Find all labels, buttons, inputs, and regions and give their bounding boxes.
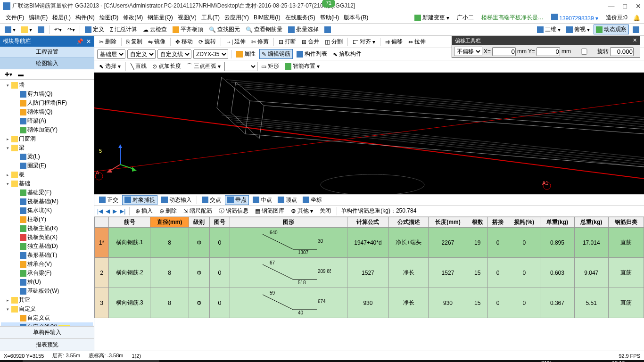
- snap-4[interactable]: 垂点: [225, 195, 249, 205]
- edit-rebar-button[interactable]: ✎ 编辑钢筋: [259, 49, 293, 59]
- offset-button[interactable]: ⇉ 偏移: [383, 37, 405, 46]
- rect-tool[interactable]: ▭ 矩形: [259, 62, 281, 71]
- menu-item[interactable]: 修改(M): [121, 14, 145, 22]
- mirror-button[interactable]: ⇋ 镜像: [146, 37, 167, 46]
- attr-button[interactable]: 属性: [234, 49, 257, 58]
- snap-3[interactable]: 交点: [200, 196, 223, 205]
- tree-node[interactable]: 独立基础(D): [1, 242, 93, 251]
- floor-select[interactable]: 基础层: [97, 49, 125, 59]
- tree-node[interactable]: ▾自定义: [1, 304, 93, 313]
- minimize-button[interactable]: —: [608, 2, 615, 10]
- line-tool[interactable]: ╲ 直线: [129, 62, 149, 71]
- nav-tool1-icon[interactable]: ✚▾: [3, 71, 14, 78]
- tab-draw-input[interactable]: 绘图输入: [0, 58, 94, 69]
- tree-node[interactable]: 自定义点: [1, 313, 93, 322]
- trim-button[interactable]: ✄ 修剪: [249, 37, 271, 46]
- menu-item[interactable]: 楼层(L): [50, 14, 73, 22]
- tree-node[interactable]: 圈梁(E): [1, 161, 93, 170]
- insert-button[interactable]: ⊕ 插入: [133, 206, 155, 215]
- offset-rotate-input[interactable]: [610, 47, 634, 56]
- tree-node[interactable]: 基础板带(W): [1, 287, 93, 296]
- rotate-button[interactable]: ⟳ 旋转: [197, 37, 218, 46]
- extend-button[interactable]: →| 延伸: [224, 37, 248, 46]
- start-button[interactable]: ⊞: [0, 360, 23, 362]
- tree-node[interactable]: 桩(U): [1, 278, 93, 287]
- nav-pin-icon[interactable]: 📌: [76, 38, 83, 45]
- new-change-button[interactable]: 新建变更 ▾: [413, 13, 451, 22]
- tb-2d-icon[interactable]: [322, 26, 333, 33]
- scale-button[interactable]: ⇲ 缩尺配筋: [182, 206, 214, 215]
- offset-rotate-check[interactable]: [572, 49, 596, 55]
- taskbar-search[interactable]: ○ 在这里输入你要搜索的内容: [23, 360, 159, 362]
- tree-node[interactable]: 集水坑(K): [1, 206, 93, 215]
- rebar-info-button[interactable]: ⓘ 钢筋信息: [217, 206, 250, 215]
- sumcalc-button[interactable]: Σ 汇总计算: [108, 25, 139, 34]
- tab-project-settings[interactable]: 工程设置: [0, 47, 94, 58]
- batchselect-button[interactable]: 批量选择: [286, 25, 321, 34]
- menu-item[interactable]: 帮助(H): [318, 14, 341, 22]
- tree-node[interactable]: 基础梁(F): [1, 188, 93, 197]
- nav-close-icon[interactable]: ✕: [86, 38, 91, 45]
- menu-item[interactable]: 钢筋量(Q): [146, 14, 174, 22]
- birdseye-button[interactable]: 俯视 ▾: [564, 25, 592, 34]
- menu-item[interactable]: 编辑(E): [27, 14, 50, 22]
- other-button[interactable]: ⚙ 其他 ▾: [289, 206, 315, 215]
- tree-node[interactable]: 筏板主筋(R): [1, 224, 93, 233]
- tree-node[interactable]: 砌体墙(Q): [1, 107, 93, 116]
- copy-button[interactable]: ⎘ 复制: [124, 37, 144, 46]
- offset-select[interactable]: 不偏移: [454, 47, 482, 56]
- table-row[interactable]: 3横向钢筋.38Φ05940674930净长93015000.3675.51直筋: [95, 288, 644, 318]
- snap-0[interactable]: 正交: [97, 196, 120, 205]
- tree-node[interactable]: 柱墩(Y): [1, 215, 93, 224]
- tree-node[interactable]: ▾梁: [1, 143, 93, 152]
- menu-item[interactable]: 文件(F): [4, 14, 26, 22]
- align-button[interactable]: ⫍ 对齐 ▾: [351, 37, 377, 46]
- tab-report-preview[interactable]: 报表预览: [0, 338, 94, 351]
- tree-node[interactable]: 筏板基础(M): [1, 197, 93, 206]
- cloudcheck-button[interactable]: ☁ 云检查: [141, 25, 169, 34]
- tree-node[interactable]: ▾基础: [1, 179, 93, 188]
- tree-node[interactable]: 筏板负筋(X): [1, 233, 93, 242]
- subcategory-select[interactable]: 自定义线: [157, 49, 191, 59]
- menu-item[interactable]: 云应用(Y): [223, 14, 251, 22]
- tree-node[interactable]: 梁(L): [1, 152, 93, 161]
- open-icon[interactable]: ▾: [19, 26, 34, 33]
- menu-item[interactable]: 在线服务(S): [283, 14, 317, 22]
- redo-icon[interactable]: ↷▾: [66, 26, 77, 33]
- rebar-grid[interactable]: 筋号直径(mm)级别图号图形计算公式公式描述长度(mm)根数搭接损耗(%)单重(…: [94, 217, 644, 318]
- maximize-button[interactable]: □: [623, 2, 627, 10]
- table-row[interactable]: 1*横向钢筋.18Φ06401307301947+40*d净长+端头226719…: [95, 228, 644, 258]
- break-button[interactable]: ⊟ 打断: [277, 37, 298, 46]
- tb-extra-icon[interactable]: [631, 26, 641, 33]
- menu-item[interactable]: BIM应用(I): [252, 14, 282, 22]
- tree-node[interactable]: 承台梁(F): [1, 269, 93, 278]
- flatroof-button[interactable]: 平齐板顶: [171, 25, 205, 34]
- notif-badge[interactable]: 71: [322, 0, 335, 8]
- complist-button[interactable]: 构件列表: [295, 49, 329, 58]
- draw-combo[interactable]: [224, 62, 257, 71]
- viewrebar-button[interactable]: 🔍 查看钢筋量: [244, 25, 284, 34]
- category-select[interactable]: 自定义: [127, 49, 156, 59]
- play-prev-icon[interactable]: ◀: [106, 208, 110, 214]
- nav-tool2-icon[interactable]: ▬: [16, 71, 25, 78]
- tree-node[interactable]: 条形基础(T): [1, 251, 93, 260]
- menu-item[interactable]: 构件(N): [74, 14, 97, 22]
- tree-node[interactable]: ▾墙: [1, 81, 93, 90]
- tree-node[interactable]: 暗梁(A): [1, 116, 93, 125]
- split-button[interactable]: ◫ 分割: [323, 37, 345, 46]
- dynview-button[interactable]: 动态观察: [594, 25, 629, 34]
- tree-node[interactable]: 砌体加筋(Y): [1, 125, 93, 134]
- pick-button[interactable]: ⬉ 拾取构件: [331, 49, 363, 58]
- snap-1[interactable]: 对象捕捉: [122, 195, 157, 205]
- close-panel-button[interactable]: 关闭: [318, 206, 333, 215]
- phone-link[interactable]: 13907298339 ▾: [549, 14, 600, 22]
- 3d-viewport[interactable]: 5 A A1: [94, 73, 644, 194]
- snap-2[interactable]: 动态输入: [159, 196, 194, 205]
- code-select[interactable]: ZDYX-35: [193, 49, 228, 59]
- play-last-icon[interactable]: ▶|: [120, 208, 125, 214]
- define-button[interactable]: 定义: [83, 25, 106, 34]
- menu-item[interactable]: 视图(V): [176, 14, 198, 22]
- menu-item[interactable]: 工具(T): [199, 14, 222, 22]
- play-first-icon[interactable]: |◀: [97, 208, 103, 214]
- tree-node[interactable]: ▸板: [1, 170, 93, 179]
